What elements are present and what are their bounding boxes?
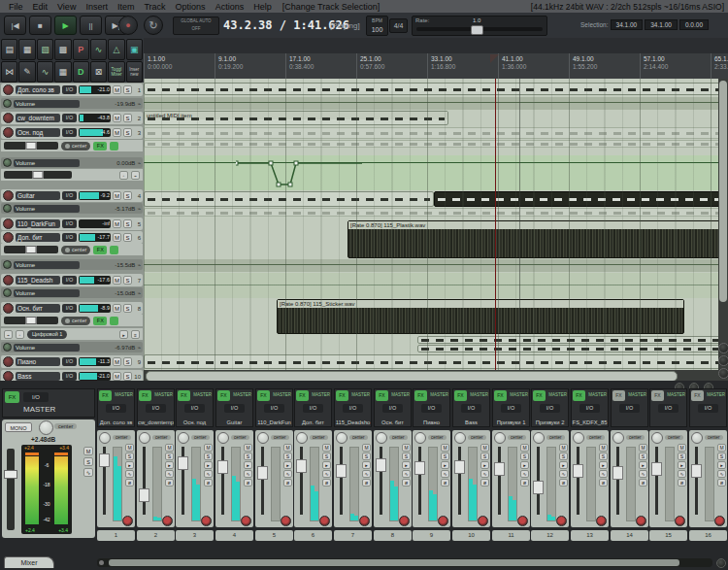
strip-phase-button[interactable]: ø [204,479,213,486]
strip-route-button[interactable]: ▸ [322,461,331,469]
transport-button[interactable]: ▶ [54,16,77,35]
solo-button[interactable]: S [123,304,132,313]
menu-item[interactable]: Options [171,2,211,12]
strip-route-button[interactable]: ▸ [717,461,726,469]
strip-mute-button[interactable]: M [441,444,449,452]
timeline-ruler[interactable]: 1.1.00 0:00.000 9.1.00 0:19.200 17.1.00 … [144,53,728,79]
strip-record-arm-button[interactable] [714,516,725,526]
strip-io-button[interactable]: I/O [501,404,521,413]
zoom-out-button[interactable] [718,355,728,366]
mute-button[interactable]: M [113,219,121,228]
strip-io-button[interactable]: I/O [382,404,403,413]
solo-button[interactable]: S [123,372,132,381]
strip-track-name[interactable]: Осн. бит [375,419,411,425]
strip-env-button[interactable]: ∿ [322,470,331,478]
strip-track-name[interactable]: cw_downtemp [138,419,174,425]
strip-fx-button[interactable]: FX [573,390,585,401]
toolbar-button[interactable]: △ [108,39,124,60]
media-item[interactable] [434,191,726,207]
toolbar-button[interactable]: ⋈ [1,61,17,83]
strip-pan-knob[interactable] [376,432,387,444]
mixer-docker-tab[interactable]: Mixer [4,556,54,568]
strip-env-button[interactable]: ∿ [441,470,449,478]
record-arm-button[interactable] [3,232,14,243]
envelope-lane-row[interactable]: Volume 0.00dB ⌁ [1,157,143,168]
bpm-control[interactable]: BPM 100 [366,16,388,36]
mixer-hscroll-button[interactable] [99,560,104,565]
envelope-arm-button[interactable] [3,158,12,167]
io-button[interactable]: I/O [62,372,77,381]
track-row[interactable]: Guitar I/O -9.2 M S 4 [1,189,143,202]
record-arm-button[interactable] [3,218,14,229]
ruler-segment[interactable]: 57.1.00 2:14.400 [640,53,711,79]
record-arm-button[interactable] [3,113,14,123]
strip-phase-button[interactable]: ø [678,479,686,486]
solo-button[interactable]: S [123,276,132,285]
media-item[interactable] [417,336,726,344]
strip-route-button[interactable]: ▸ [362,461,371,469]
envelope-lane-row[interactable]: Volume -15.0dB ⌁ [1,287,143,298]
menu-item[interactable]: Actions [211,2,249,12]
strip-env-button[interactable]: ∿ [362,470,371,478]
record-arm-button[interactable] [3,84,14,95]
track-row[interactable]: Bass I/O -21.0 M S 10 [1,370,143,381]
strip-env-button[interactable]: ∿ [559,470,568,478]
record-arm-button[interactable] [3,303,14,314]
strip-record-arm-button[interactable] [596,516,607,526]
strip-fader-knob[interactable] [99,453,110,467]
strip-pan-knob[interactable] [691,432,703,444]
toolbar-button[interactable]: ▦ [54,61,71,83]
strip-solo-button[interactable]: S [639,453,647,460]
strip-phase-button[interactable]: ø [599,479,608,486]
strip-io-button[interactable]: I/O [461,404,481,413]
strip-fx-button[interactable]: FX [99,390,112,401]
strip-fx-button[interactable]: FX [414,390,427,401]
track-row[interactable]: 110_DarkFun I/O -inf M S 5 [1,218,143,230]
envelope-mode-button[interactable]: ◦ [119,171,128,180]
io-button[interactable]: I/O [62,357,77,366]
strip-route-button[interactable]: ▸ [441,461,449,469]
strip-route-button[interactable]: ▸ [639,461,647,469]
strip-fx-button[interactable]: FX [376,390,388,401]
strip-mute-button[interactable]: M [362,444,371,452]
transport-button[interactable]: |◀ [4,16,26,35]
global-automation-button[interactable]: GLOBAL AUTO OFF [173,17,219,35]
arrange-vscrollbar-thumb[interactable] [719,81,727,302]
mute-button[interactable]: M [113,114,121,122]
selection-length[interactable]: 0.0.00 [679,19,709,30]
ruler-segment[interactable]: 41.1.00 1:36.000 [498,53,569,79]
strip-env-button[interactable]: ∿ [125,470,134,478]
strip-track-name[interactable]: 115_Deadsho [335,419,371,425]
volume-slider-knob[interactable] [26,142,37,150]
master-env-button[interactable]: ∿ [83,468,93,477]
master-mute-button[interactable]: M [83,447,93,455]
strip-phase-button[interactable]: ø [244,479,252,486]
envelope-name[interactable]: Volume [14,344,80,352]
strip-track-name[interactable]: Призвуки 2 [532,419,568,425]
track-name[interactable]: 115_Deadsh [16,276,60,285]
mixer-hscrollbar-thumb[interactable] [109,559,679,566]
strip-track-name[interactable]: FS_KDFX_85 [572,419,608,425]
envelope-arm-button[interactable] [3,260,12,269]
mute-button[interactable]: M [113,372,121,381]
media-item[interactable] [144,208,726,217]
strip-fx-button[interactable]: FX [533,390,546,401]
toolbar-button[interactable]: ∿ [37,61,53,83]
menu-item[interactable]: Help [248,2,277,12]
track-name[interactable]: Осн. бит [16,304,60,313]
envelope-arm-button[interactable] [3,204,12,213]
track-name[interactable]: Осн. под [16,128,60,137]
strip-phase-button[interactable]: ø [362,479,371,486]
selection-start[interactable]: 34.1.00 [611,19,644,30]
master-pan-knob[interactable] [39,420,53,435]
strip-fx-button[interactable]: FX [296,390,309,401]
env-small-button[interactable]: ⌁ [4,330,13,339]
menu-item[interactable]: Insert [81,2,113,12]
toolbar-button[interactable]: Toggl Mixer [108,61,124,83]
strip-env-button[interactable]: ∿ [480,470,489,478]
media-item[interactable] [417,345,726,352]
strip-fader-knob[interactable] [376,458,386,472]
strip-record-arm-button[interactable] [122,516,133,526]
strip-env-button[interactable]: ∿ [165,470,174,478]
strip-solo-button[interactable]: S [441,453,449,460]
